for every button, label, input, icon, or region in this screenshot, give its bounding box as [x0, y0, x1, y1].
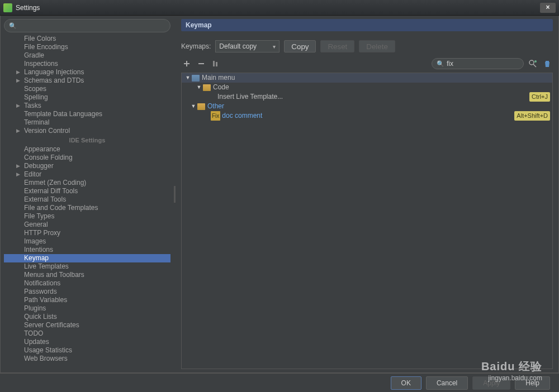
sidebar-item[interactable]: Spelling [4, 93, 170, 102]
titlebar: Settings × [0, 0, 559, 16]
keymap-filter[interactable]: 🔍 [432, 58, 524, 69]
sidebar-item-label: Keymap [24, 254, 49, 262]
window-body: 🔍 File ColorsFile EncodingsGradleInspect… [0, 16, 559, 373]
sidebar-item[interactable]: TODO [4, 329, 170, 338]
sidebar-item[interactable]: Plugins [4, 304, 170, 313]
find-action-icon[interactable] [527, 58, 538, 69]
tree-node-other[interactable]: ▼ Other [182, 102, 552, 111]
settings-search-input[interactable] [19, 22, 165, 30]
fix-badge: Fix [211, 111, 220, 121]
sidebar-item[interactable]: File Types [4, 212, 170, 221]
sidebar-item[interactable]: External Diff Tools [4, 187, 170, 195]
sidebar-item[interactable]: ▶Version Control [4, 127, 170, 135]
delete-button[interactable]: Delete [359, 40, 395, 52]
sidebar-item[interactable]: Path Variables [4, 296, 170, 304]
sidebar-item[interactable]: File Colors [4, 35, 170, 43]
sidebar-item[interactable]: Server Certificates [4, 321, 170, 329]
settings-tree[interactable]: File ColorsFile EncodingsGradleInspectio… [4, 35, 170, 369]
tree-leaf-doc-comment[interactable]: Fix doc comment Alt+Shift+D [182, 111, 552, 121]
sidebar-item[interactable]: ▶Editor [4, 170, 170, 179]
sidebar-section-header: IDE Settings [4, 135, 170, 145]
help-button[interactable]: Help [515, 376, 550, 390]
sidebar-item[interactable]: File and Code Templates [4, 204, 170, 212]
chevron-down-icon: ▼ [191, 102, 196, 111]
sidebar-item[interactable]: Menus and Toolbars [4, 271, 170, 279]
sidebar-item-label: General [24, 221, 48, 228]
sidebar-item[interactable]: ▶Schemas and DTDs [4, 77, 170, 85]
ok-button[interactable]: OK [391, 376, 421, 390]
app-icon [3, 3, 12, 12]
sidebar-item[interactable]: Keymap [4, 254, 170, 262]
dialog-footer: OK Cancel Apply Help [0, 373, 559, 392]
settings-search[interactable]: 🔍 [4, 19, 170, 32]
sidebar-item-label: Menus and Toolbars [24, 271, 84, 279]
sidebar-item[interactable]: Updates [4, 338, 170, 346]
sidebar-item[interactable]: HTTP Proxy [4, 229, 170, 237]
sidebar-item-label: Debugger [24, 162, 54, 170]
sidebar-item-label: Usage Statistics [24, 346, 72, 354]
sidebar-item[interactable]: Images [4, 237, 170, 246]
sidebar-item[interactable]: Notifications [4, 279, 170, 288]
keymap-tree[interactable]: ▼ Main menu ▼ Code Insert Live Template.… [181, 73, 553, 369]
sidebar-item[interactable]: ▶Debugger [4, 162, 170, 170]
sidebar-item-label: Inspections [24, 60, 58, 68]
splitter[interactable] [174, 16, 176, 372]
sidebar-item-label: Server Certificates [24, 321, 79, 329]
sidebar-item-label: Tasks [24, 102, 41, 109]
keymap-toolbar: 🔍 [181, 58, 553, 69]
sidebar-item[interactable]: Usage Statistics [4, 346, 170, 355]
edit-icon[interactable] [210, 58, 221, 69]
tree-node-mainmenu[interactable]: ▼ Main menu [182, 73, 552, 83]
close-button[interactable]: × [540, 3, 556, 13]
apply-button[interactable]: Apply [472, 376, 510, 390]
sidebar-item[interactable]: Console Folding [4, 154, 170, 162]
sidebar-item-label: Quick Lists [24, 313, 57, 321]
main-panel: Keymap Keymaps: Default copy Copy Reset … [176, 16, 558, 372]
sidebar-item[interactable]: Template Data Languages [4, 110, 170, 118]
sidebar-item-label: Emmet (Zen Coding) [24, 179, 86, 187]
sidebar-item[interactable]: ▶Tasks [4, 102, 170, 110]
copy-button[interactable]: Copy [284, 40, 316, 52]
collapse-icon[interactable] [196, 58, 207, 69]
keymaps-dropdown[interactable]: Default copy [215, 40, 280, 52]
sidebar-item[interactable]: Quick Lists [4, 313, 170, 321]
sidebar-item[interactable]: Emmet (Zen Coding) [4, 179, 170, 187]
sidebar-item-label: Images [24, 237, 46, 245]
sidebar: 🔍 File ColorsFile EncodingsGradleInspect… [1, 16, 174, 372]
keymap-filter-input[interactable] [447, 60, 530, 68]
folder-open-icon [192, 75, 200, 82]
sidebar-item-label: Notifications [24, 279, 60, 287]
sidebar-item[interactable]: Web Browsers [4, 355, 170, 363]
search-icon: 🔍 [9, 22, 17, 30]
sidebar-item[interactable]: Live Templates [4, 262, 170, 271]
sidebar-item[interactable]: General [4, 221, 170, 229]
keymaps-label: Keymaps: [181, 42, 211, 50]
delete-shortcut-icon[interactable] [542, 58, 553, 69]
sidebar-item-label: Path Variables [24, 296, 67, 304]
chevron-right-icon: ▶ [16, 102, 20, 110]
sidebar-item[interactable]: Inspections [4, 60, 170, 68]
sidebar-item-label: TODO [24, 329, 43, 337]
folder-icon [203, 84, 211, 91]
sidebar-item[interactable]: Appearance [4, 145, 170, 154]
node-label: Main menu [202, 73, 235, 83]
cancel-button[interactable]: Cancel [426, 376, 468, 390]
chevron-right-icon: ▶ [16, 68, 20, 77]
tree-node-code[interactable]: ▼ Code [182, 83, 552, 92]
svg-rect-8 [546, 61, 549, 62]
sidebar-item[interactable]: Scopes [4, 85, 170, 93]
sidebar-item[interactable]: Terminal [4, 118, 170, 127]
svg-point-5 [529, 60, 534, 65]
sidebar-item[interactable]: External Tools [4, 195, 170, 204]
sidebar-item[interactable]: Intentions [4, 246, 170, 254]
sidebar-item[interactable]: Passwords [4, 288, 170, 296]
tree-leaf-insert-template[interactable]: Insert Live Template... Ctrl+J [182, 92, 552, 102]
sidebar-item[interactable]: File Encodings [4, 43, 170, 51]
node-label: Other [207, 102, 224, 111]
expand-icon[interactable] [181, 58, 192, 69]
reset-button[interactable]: Reset [320, 40, 354, 52]
sidebar-item-label: Intentions [24, 246, 53, 254]
svg-line-6 [533, 64, 536, 67]
sidebar-item[interactable]: ▶Language Injections [4, 68, 170, 77]
sidebar-item[interactable]: Gradle [4, 51, 170, 60]
